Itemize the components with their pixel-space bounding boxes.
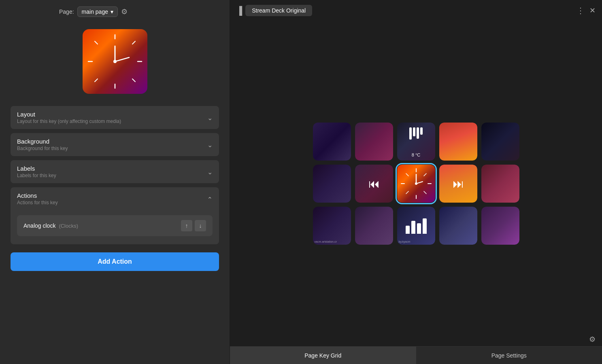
key-preview-image <box>83 29 147 94</box>
right-header-left: ▐ Stream Deck Original <box>236 5 312 16</box>
close-button[interactable]: ✕ <box>589 6 596 15</box>
actions-accordion-body: Analog clock (Clocks) ↑ ↓ <box>11 210 219 244</box>
action-item-info: Analog clock (Clocks) <box>23 222 78 229</box>
bottom-area: ⚙ Page Key Grid Page Settings <box>230 346 602 364</box>
grid-area: 8 °C ⏮ <box>230 21 602 346</box>
right-panel: ▐ Stream Deck Original ⋮ ✕ <box>230 0 602 364</box>
labels-chevron-icon: ⌄ <box>207 168 213 176</box>
device-name-button[interactable]: Stream Deck Original <box>245 5 312 16</box>
key-cell-11[interactable] <box>355 207 393 245</box>
layout-title: Layout <box>17 111 213 118</box>
page-gear-icon[interactable]: ⚙ <box>121 7 128 16</box>
clock-preview-svg <box>83 29 147 94</box>
key-cell-5[interactable] <box>313 165 351 203</box>
right-header: ▐ Stream Deck Original ⋮ ✕ <box>230 0 602 21</box>
action-item-analog-clock: Analog clock (Clocks) ↑ ↓ <box>17 215 213 236</box>
actions-chevron-icon: ⌄ <box>207 195 213 203</box>
page-label: Page: <box>59 8 74 15</box>
svg-point-21 <box>415 182 417 185</box>
actions-accordion-header[interactable]: Actions Actions for this key ⌄ <box>11 187 219 210</box>
prev-track-icon: ⏮ <box>368 177 380 190</box>
cell-10-label: vacm.artstation.cr <box>315 240 337 243</box>
page-name: main page <box>82 8 108 15</box>
key-cell-9[interactable] <box>481 165 519 203</box>
temperature-display: 8 °C <box>397 152 435 157</box>
bottom-tabs: Page Key Grid Page Settings <box>230 346 602 364</box>
clock-grid-svg <box>397 165 435 203</box>
add-action-button[interactable]: Add Action <box>11 252 219 271</box>
page-dropdown[interactable]: main page ▾ <box>77 6 118 17</box>
background-chevron-icon: ⌄ <box>207 141 213 148</box>
svg-line-16 <box>424 191 426 194</box>
tab-page-key-grid[interactable]: Page Key Grid <box>230 347 416 364</box>
background-accordion-header[interactable]: Background Background for this key ⌄ <box>11 133 219 156</box>
key-cell-2[interactable]: 8 °C <box>397 123 435 161</box>
svg-line-17 <box>424 174 426 176</box>
key-cell-14[interactable] <box>481 207 519 245</box>
labels-subtitle: Labels for this key <box>17 173 213 178</box>
tab-page-settings[interactable]: Page Settings <box>416 347 602 364</box>
key-grid: 8 °C ⏮ <box>313 123 519 245</box>
actions-accordion: Actions Actions for this key ⌄ Analog cl… <box>11 187 219 244</box>
action-category: (Clocks) <box>59 223 78 229</box>
svg-line-9 <box>115 57 129 61</box>
key-cell-0[interactable] <box>313 123 351 161</box>
key-preview <box>83 29 147 94</box>
layout-accordion-header[interactable]: Layout Layout for this key (only affecti… <box>11 106 219 129</box>
key-cell-1[interactable] <box>355 123 393 161</box>
dropdown-arrow-icon: ▾ <box>111 8 113 15</box>
bar-chart-icon <box>406 218 427 234</box>
key-cell-12[interactable]: by.kyacm <box>397 207 435 245</box>
labels-title: Labels <box>17 165 213 172</box>
svg-line-7 <box>95 79 98 82</box>
layout-accordion: Layout Layout for this key (only affecti… <box>11 106 219 129</box>
cell-12-label: by.kyacm <box>399 240 411 243</box>
key-cell-8[interactable]: ⏭ <box>439 165 477 203</box>
layout-subtitle: Layout for this key (only affecting cust… <box>17 119 213 124</box>
key-cell-3[interactable] <box>439 123 477 161</box>
actions-subtitle: Actions for this key <box>17 200 213 205</box>
layout-chevron-icon: ⌄ <box>207 114 213 121</box>
page-header: Page: main page ▾ ⚙ <box>59 6 128 17</box>
svg-line-15 <box>406 174 408 176</box>
action-move-down-button[interactable]: ↓ <box>195 220 206 231</box>
svg-line-5 <box>132 79 135 82</box>
background-accordion: Background Background for this key ⌄ <box>11 133 219 156</box>
key-cell-4[interactable] <box>481 123 519 161</box>
key-cell-6[interactable]: ⏮ <box>355 165 393 203</box>
labels-accordion-header[interactable]: Labels Labels for this key ⌄ <box>11 160 219 183</box>
sidebar-toggle-button[interactable]: ▐ <box>236 6 242 15</box>
settings-gear-container: ⚙ <box>589 335 596 344</box>
left-panel: Page: main page ▾ ⚙ <box>0 0 230 364</box>
actions-title: Actions <box>17 192 213 199</box>
labels-accordion: Labels Labels for this key ⌄ <box>11 160 219 183</box>
action-arrow-buttons: ↑ ↓ <box>181 220 206 231</box>
svg-line-4 <box>95 41 98 44</box>
key-cell-7-selected[interactable] <box>397 165 435 203</box>
weather-bars-icon <box>397 127 435 140</box>
settings-gear-icon[interactable]: ⚙ <box>589 335 596 343</box>
background-subtitle: Background for this key <box>17 146 213 151</box>
right-header-right: ⋮ ✕ <box>576 6 596 15</box>
more-options-button[interactable]: ⋮ <box>576 6 585 15</box>
svg-point-10 <box>113 60 117 63</box>
svg-line-18 <box>406 191 408 194</box>
action-move-up-button[interactable]: ↑ <box>181 220 192 231</box>
next-track-icon: ⏭ <box>453 177 464 190</box>
background-title: Background <box>17 138 213 145</box>
action-name: Analog clock <box>23 222 55 229</box>
key-cell-10[interactable]: vacm.artstation.cr <box>313 207 351 245</box>
svg-line-6 <box>132 41 135 44</box>
key-cell-13[interactable] <box>439 207 477 245</box>
